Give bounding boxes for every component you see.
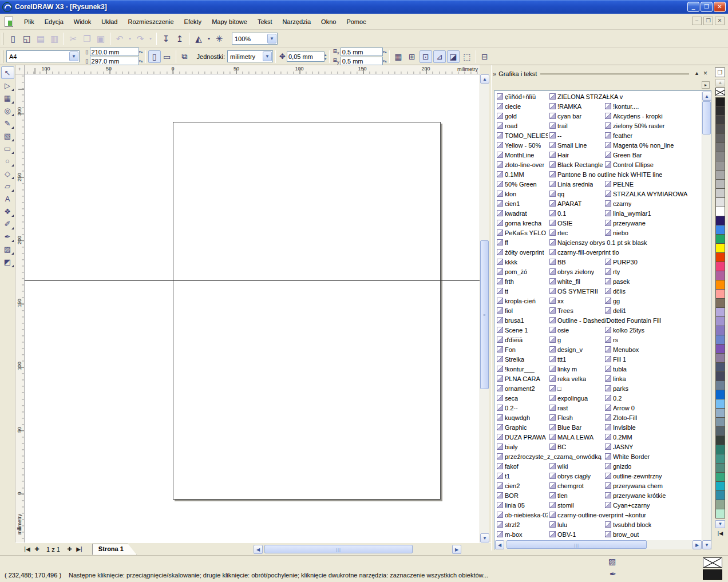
menu-item-układ[interactable]: Układ <box>96 17 122 27</box>
palette-expand-icon[interactable]: |◀ <box>715 530 725 538</box>
style-item[interactable]: 0.2MM <box>603 434 701 441</box>
document-close-button[interactable]: ✕ <box>715 17 725 25</box>
color-swatch[interactable] <box>715 482 725 491</box>
chevron-down-icon[interactable]: ▼ <box>263 52 272 61</box>
style-item[interactable]: cien1 <box>495 200 548 207</box>
scroll-right-icon[interactable]: ▶ <box>452 545 461 554</box>
export-icon[interactable]: ↥ <box>173 32 187 46</box>
options-button[interactable]: ⊟ <box>478 50 491 63</box>
style-item[interactable]: kkkk <box>495 259 548 266</box>
docker-close-icon[interactable]: ✕ <box>701 70 710 78</box>
style-item[interactable]: rs <box>603 336 701 343</box>
style-item[interactable]: seca <box>495 395 548 402</box>
style-item[interactable]: zielony 50% raster <box>603 122 701 129</box>
style-item[interactable]: 50% Green <box>495 181 548 188</box>
style-item[interactable]: MonthLine <box>495 152 548 159</box>
color-swatch[interactable] <box>715 216 725 225</box>
style-item[interactable]: PeKaEs YELO <box>495 229 548 236</box>
application-launcher-icon[interactable]: ◭ <box>192 32 205 46</box>
style-item[interactable]: lulu <box>548 521 603 528</box>
style-item[interactable]: Menubox <box>603 346 701 353</box>
first-page-icon[interactable]: |◀ <box>22 544 32 554</box>
color-swatch[interactable] <box>715 271 725 280</box>
list-horizontal-scrollbar[interactable]: ◀ ||| ▶ <box>495 540 702 549</box>
horizontal-guideline[interactable] <box>25 280 480 281</box>
crop-tool[interactable]: ▦ <box>1 92 14 104</box>
style-item[interactable]: obrys zielony <box>548 268 603 275</box>
style-item[interactable]: ZIELONA STRZAŁKA v <box>548 93 701 100</box>
color-swatch[interactable] <box>715 235 725 244</box>
style-item[interactable]: gnizdo <box>603 463 701 470</box>
style-item[interactable]: Outline - Dashed/Dotted Fountain Fill <box>548 317 701 324</box>
vertical-ruler[interactable]: milimetry 300250200150100500 <box>15 74 25 543</box>
canvas-vertical-scrollbar[interactable]: ▲ ≡ ▼ <box>480 74 489 543</box>
style-item[interactable]: JASNY <box>603 444 701 450</box>
style-item[interactable]: bialy <box>495 444 548 450</box>
style-item[interactable]: gold <box>495 113 548 120</box>
style-item[interactable]: Graphic <box>495 424 548 431</box>
style-item[interactable]: Yellow - 50% <box>495 142 548 149</box>
style-item[interactable]: fiol <box>495 307 548 314</box>
scrollbar-thumb[interactable]: ||| <box>264 545 413 553</box>
style-item[interactable]: przerywane krótkie <box>603 492 701 499</box>
style-item[interactable]: TOMO_NELIESTI <box>495 132 548 139</box>
style-item[interactable]: tvsubhd block <box>603 521 701 528</box>
scroll-left-icon[interactable]: ◀ <box>495 540 504 549</box>
scroll-down-icon[interactable]: ▼ <box>702 540 711 549</box>
style-item[interactable]: -- <box>548 132 603 139</box>
style-item[interactable]: deli1 <box>603 307 701 314</box>
corel-online-icon[interactable]: ✳ <box>212 32 226 46</box>
outline-tool[interactable]: ✒ <box>1 230 14 243</box>
style-item[interactable]: BOR <box>495 492 548 499</box>
style-item[interactable]: czarny-fill-overprint tlo <box>548 249 701 256</box>
style-item[interactable]: Control Ellipse <box>603 161 701 168</box>
menu-item-rozmieszczenie[interactable]: Rozmieszczenie <box>122 17 179 27</box>
color-swatch[interactable] <box>715 409 725 418</box>
color-swatch[interactable] <box>715 244 725 253</box>
style-item[interactable]: BC <box>548 444 603 450</box>
style-item[interactable]: kropla-cień <box>495 298 548 304</box>
color-swatch[interactable] <box>715 335 725 345</box>
palette-scroll-up-icon[interactable]: ▲ <box>715 79 725 86</box>
interactive-blend-tool[interactable]: ❖ <box>1 205 14 217</box>
import-icon[interactable]: ↧ <box>159 32 173 46</box>
style-item[interactable]: kwadrat <box>495 210 548 217</box>
style-item[interactable]: niebo <box>603 229 701 236</box>
color-swatch[interactable] <box>715 363 725 372</box>
drawing-canvas[interactable] <box>25 74 480 543</box>
style-item[interactable]: Black Rectangle <box>548 161 603 168</box>
ruler-origin[interactable]: + <box>15 65 25 74</box>
style-item[interactable]: Pantone B no outline hick WHITE line <box>548 171 701 178</box>
color-swatch[interactable] <box>715 225 725 235</box>
style-item[interactable]: gorna krecha <box>495 220 548 227</box>
style-item[interactable]: obrys ciągły <box>548 473 603 480</box>
scroll-left-icon[interactable]: ◀ <box>254 545 263 554</box>
snap-to-grid-icon[interactable]: ▦ <box>392 50 405 63</box>
style-item[interactable]: ff <box>495 239 548 246</box>
ellipse-tool[interactable]: ○ <box>1 155 14 167</box>
canvas-horizontal-scrollbar[interactable]: ◀ ||| ▶ <box>254 545 464 554</box>
style-item[interactable]: strzl2 <box>495 521 548 528</box>
style-item[interactable]: ęīiñóđ+ňlïü <box>495 93 548 100</box>
style-item[interactable]: !kontur.... <box>603 103 701 110</box>
style-item[interactable]: przerywane <box>603 220 701 227</box>
style-item[interactable]: BB <box>548 259 603 266</box>
style-item[interactable]: OBV-1 <box>548 531 603 538</box>
style-item[interactable]: klon <box>495 191 548 197</box>
style-item[interactable]: pasek <box>603 278 701 285</box>
treat-as-filled-icon[interactable]: ◪ <box>447 50 460 63</box>
toolbar-grip[interactable] <box>2 33 3 45</box>
page-area[interactable] <box>173 122 441 500</box>
menu-item-narzędzia[interactable]: Narzędzia <box>278 17 316 27</box>
style-item[interactable]: White Border <box>603 453 701 460</box>
scroll-down-icon[interactable]: ▼ <box>480 533 489 543</box>
polygon-tool[interactable]: ◇ <box>1 167 14 180</box>
snap-to-guidelines-icon[interactable]: ⊞ <box>406 50 418 63</box>
restore-button[interactable]: ❒ <box>701 2 713 12</box>
style-item[interactable]: chemgrot <box>548 482 603 489</box>
print-icon[interactable]: ▥ <box>48 32 61 46</box>
color-swatch[interactable] <box>715 180 725 189</box>
style-item[interactable]: 0.1 <box>548 210 603 217</box>
docker-rollup-icon[interactable]: ▲ <box>693 70 701 78</box>
menu-item-okno[interactable]: Okno <box>316 17 341 27</box>
